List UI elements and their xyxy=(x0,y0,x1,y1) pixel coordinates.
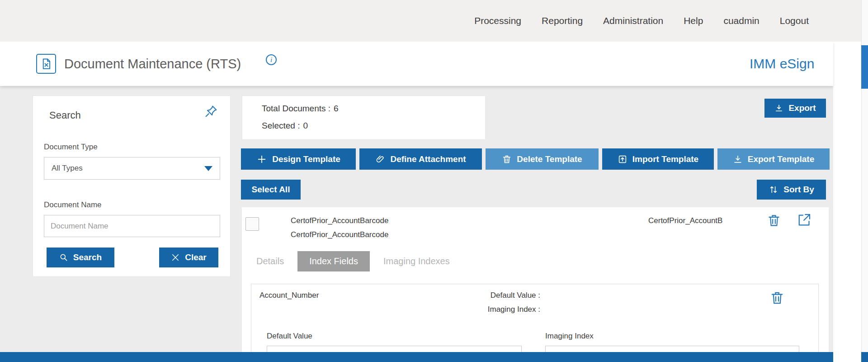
default-value-input[interactable] xyxy=(267,346,522,352)
search-panel-title: Search xyxy=(49,110,81,121)
select-all-button[interactable]: Select All xyxy=(241,180,301,200)
paperclip-icon xyxy=(375,154,385,164)
selected-label: Selected : xyxy=(262,121,300,131)
document-row: CertofPrior_AccountBarcode CertofPrior_A… xyxy=(242,207,829,352)
import-template-label: Import Template xyxy=(632,154,698,164)
clear-button[interactable]: Clear xyxy=(159,248,218,267)
document-type-select[interactable]: All Types xyxy=(44,157,220,180)
delete-template-label: Delete Template xyxy=(517,154,582,164)
export-button-label: Export xyxy=(788,103,816,113)
nav-item-logout[interactable]: Logout xyxy=(780,15,809,26)
nav-item-administration[interactable]: Administration xyxy=(603,15,663,26)
document-name-line2: CertofPrior_AccountBarcode xyxy=(291,230,388,239)
close-icon xyxy=(171,253,180,262)
tab-details[interactable]: Details xyxy=(256,251,284,272)
index-field-panel: Account_Number Default Value : Imaging I… xyxy=(251,284,819,352)
export-template-label: Export Template xyxy=(748,154,814,164)
sort-icon xyxy=(769,185,778,195)
nav-item-processing[interactable]: Processing xyxy=(474,15,521,26)
import-icon xyxy=(618,154,627,164)
document-name-line1: CertofPrior_AccountBarcode xyxy=(291,216,388,225)
total-documents: Total Documents : 6 xyxy=(262,104,339,114)
top-nav: Processing Reporting Administration Help… xyxy=(0,0,861,42)
brand-text: IMM eSign xyxy=(750,42,814,86)
document-name-label: Document Name xyxy=(44,200,102,210)
index-field-name: Account_Number xyxy=(259,291,319,300)
sort-by-button[interactable]: Sort By xyxy=(757,180,826,200)
nav-item-reporting[interactable]: Reporting xyxy=(542,15,583,26)
plus-icon xyxy=(256,154,267,165)
search-button[interactable]: Search xyxy=(47,248,114,267)
define-attachment-button[interactable]: Define Attachment xyxy=(359,148,482,170)
import-template-button[interactable]: Import Template xyxy=(602,148,714,170)
imaging-index-field-label: Imaging Index xyxy=(545,332,594,341)
document-type-value: All Types xyxy=(52,164,83,173)
export-button[interactable]: Export xyxy=(764,99,826,118)
total-documents-label: Total Documents : xyxy=(262,104,330,114)
download-icon xyxy=(774,104,783,113)
header-bar: Document Maintenance (RTS) i IMM eSign xyxy=(0,42,833,86)
summary-card: Total Documents : 6 Selected : 0 xyxy=(242,95,486,140)
document-short-name: CertofPrior_AccountB xyxy=(648,216,722,225)
delete-template-button[interactable]: Delete Template xyxy=(486,148,599,170)
design-template-label: Design Template xyxy=(272,154,340,164)
info-icon[interactable]: i xyxy=(266,54,277,65)
page-title: Document Maintenance (RTS) xyxy=(64,42,241,86)
default-value-field-label: Default Value xyxy=(267,332,312,341)
design-template-button[interactable]: Design Template xyxy=(241,148,356,170)
vertical-scrollbar-thumb[interactable] xyxy=(861,45,868,89)
delete-index-field-icon[interactable] xyxy=(769,290,785,306)
open-template-icon[interactable] xyxy=(796,212,812,228)
imaging-index-input[interactable] xyxy=(545,346,799,352)
sort-by-label: Sort By xyxy=(783,185,814,195)
chevron-down-icon xyxy=(204,166,212,171)
select-all-label: Select All xyxy=(252,185,290,195)
define-attachment-label: Define Attachment xyxy=(390,154,466,164)
search-panel: Search Document Type All Types Document … xyxy=(33,95,231,277)
template-toolbar: Design Template Define Attachment Delete… xyxy=(241,148,830,170)
footer-bar xyxy=(0,352,833,362)
search-icon xyxy=(59,253,68,262)
pin-icon[interactable] xyxy=(204,104,218,119)
download-icon xyxy=(733,154,743,164)
document-checkbox[interactable] xyxy=(245,217,259,231)
page: Processing Reporting Administration Help… xyxy=(0,0,868,362)
total-documents-value: 6 xyxy=(334,104,339,114)
document-type-label: Document Type xyxy=(44,143,98,152)
selected-count: Selected : 0 xyxy=(262,121,308,131)
selected-value: 0 xyxy=(303,121,308,131)
export-template-button[interactable]: Export Template xyxy=(717,148,830,170)
trash-icon xyxy=(502,154,512,164)
document-name-input[interactable] xyxy=(44,215,220,237)
tab-imaging-indexes[interactable]: Imaging Indexes xyxy=(383,251,450,272)
document-logo-icon xyxy=(36,54,56,74)
nav-item-help[interactable]: Help xyxy=(684,15,703,26)
document-tabs: Details Index Fields Imaging Indexes xyxy=(256,251,450,272)
nav-item-user[interactable]: cuadmin xyxy=(723,15,759,26)
default-value-summary-label: Default Value : xyxy=(491,291,540,300)
imaging-index-summary-label: Imaging Index : xyxy=(488,305,540,314)
footer-corner xyxy=(861,352,868,362)
tab-index-fields[interactable]: Index Fields xyxy=(297,251,370,272)
clear-button-label: Clear xyxy=(185,252,207,262)
search-button-label: Search xyxy=(73,252,102,262)
delete-document-icon[interactable] xyxy=(766,213,782,228)
